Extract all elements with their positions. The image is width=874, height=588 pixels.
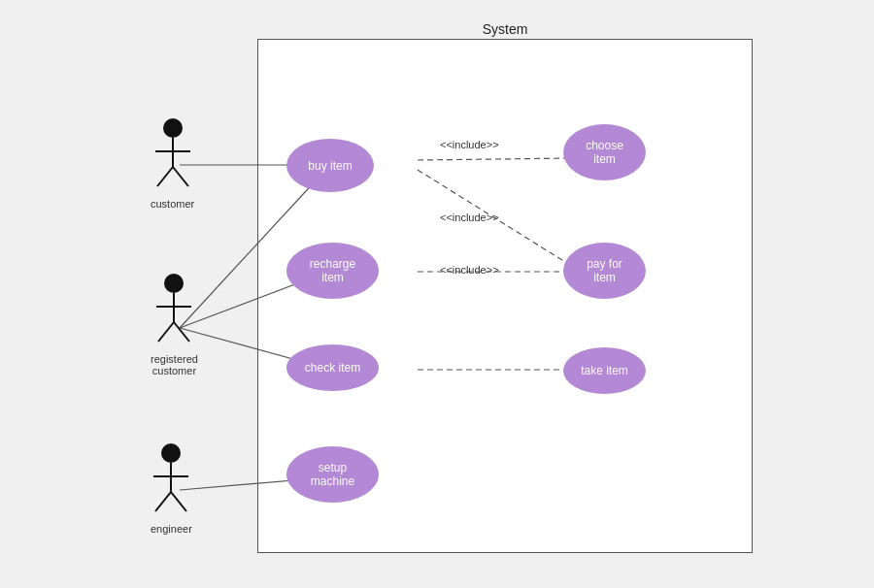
actor-registered-label: registered customer [151,353,198,376]
usecase-choose-item: chooseitem [563,124,646,180]
usecase-pay-for-item: pay foritem [563,243,646,299]
usecase-recharge-item: rechargeitem [286,243,379,299]
actor-engineer-label: engineer [151,523,192,535]
usecase-buy-item: buy item [286,139,374,192]
actor-customer-label: customer [151,198,194,210]
usecase-setup-machine: setupmachine [286,446,379,503]
usecase-check-item: check item [286,344,379,391]
svg-line-22 [155,492,171,511]
svg-point-19 [161,443,181,463]
svg-line-18 [174,322,189,342]
actor-customer-figure [153,116,192,194]
actor-engineer: engineer [151,441,192,535]
svg-line-13 [173,167,188,186]
include-label-1: <<include>> [440,139,499,150]
actor-registered-figure [154,272,193,349]
include-label-2: <<include>> [440,212,499,223]
svg-point-9 [163,118,183,138]
svg-point-14 [164,274,184,293]
diagram-container: System [0,0,874,588]
actor-customer: customer [151,116,194,210]
svg-line-23 [171,492,186,511]
system-label: System [257,21,753,37]
include-label-3: <<include>> [440,264,499,276]
svg-line-17 [158,322,174,342]
actor-engineer-figure [151,441,190,519]
svg-line-12 [157,167,173,186]
actor-registered: registered customer [151,272,198,376]
usecase-take-item: take item [563,347,646,394]
